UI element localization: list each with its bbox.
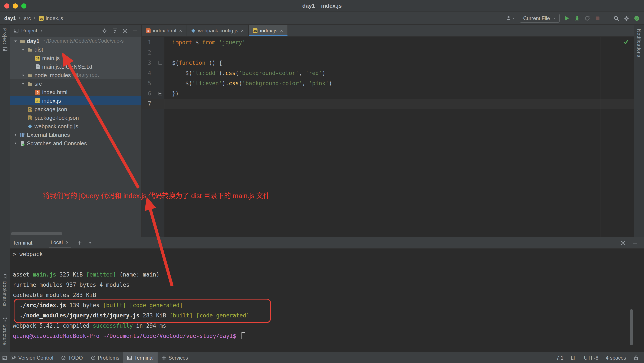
code-segment: css bbox=[229, 80, 239, 86]
breadcrumb-item-index-js[interactable]: JSindex.js bbox=[39, 15, 63, 21]
tree-item-suffix: library root bbox=[75, 72, 99, 78]
fold-marker-icon[interactable] bbox=[158, 92, 162, 96]
chevron-down-icon[interactable] bbox=[88, 241, 93, 245]
debug-button[interactable] bbox=[574, 15, 580, 21]
settings-button[interactable] bbox=[624, 15, 630, 21]
code-segment: ). bbox=[219, 70, 225, 76]
collapse-all-button[interactable] bbox=[112, 28, 118, 34]
tree-item-dist[interactable]: dist bbox=[10, 45, 142, 54]
close-icon[interactable] bbox=[66, 240, 70, 244]
terminal-line: ./src/index.js 139 bytes [built] [code g… bbox=[13, 300, 644, 310]
run-button[interactable] bbox=[564, 15, 570, 21]
status-widget-4-spaces[interactable]: 4 spaces bbox=[606, 355, 626, 361]
tab-index-html[interactable]: 5index.html bbox=[142, 25, 187, 36]
project-panel-actions bbox=[102, 28, 138, 34]
tree-chevron-icon[interactable] bbox=[13, 141, 18, 145]
minimize-window-button[interactable] bbox=[13, 3, 18, 8]
code-line: $('li:odd').css('background-color', 'red… bbox=[164, 68, 634, 78]
terminal-tab-local[interactable]: Local bbox=[49, 237, 71, 248]
tree-item-node-modules[interactable]: node_moduleslibrary root bbox=[10, 71, 142, 79]
terminal-panel-title: Terminal: bbox=[13, 240, 34, 246]
chevron-down-icon[interactable] bbox=[40, 29, 44, 32]
new-terminal-session-button[interactable] bbox=[77, 240, 82, 246]
terminal-settings-button[interactable] bbox=[620, 240, 626, 246]
status-widget-lf[interactable]: LF bbox=[571, 355, 577, 361]
tree-chevron-icon[interactable] bbox=[20, 48, 26, 51]
plugin-status-icon[interactable] bbox=[634, 15, 640, 21]
breadcrumb-item-src[interactable]: src bbox=[24, 15, 31, 21]
tree-settings-button[interactable] bbox=[122, 28, 128, 34]
editor-area: 5index.htmlwebpack.config.jsJSindex.js 1… bbox=[142, 25, 634, 237]
tree-chevron-icon[interactable] bbox=[20, 82, 26, 86]
close-tab-icon[interactable] bbox=[240, 28, 245, 32]
add-icon[interactable] bbox=[77, 240, 82, 246]
code-segment: ( bbox=[235, 70, 239, 76]
status-item-services[interactable]: Services bbox=[158, 352, 192, 363]
rerun-button[interactable] bbox=[584, 15, 590, 21]
tree-item-day1[interactable]: day1~/Documents/Code/VueCode/vue-s bbox=[10, 37, 142, 45]
js-file-icon: JS bbox=[35, 55, 40, 61]
run-configuration-select[interactable]: Current File bbox=[520, 14, 560, 22]
status-item-terminal[interactable]: Terminal bbox=[123, 352, 158, 363]
tool-window-toggle-icon[interactable] bbox=[2, 355, 7, 360]
terminal-segment bbox=[126, 302, 130, 308]
status-item-todo[interactable]: TODO bbox=[57, 352, 87, 363]
locate-file-button[interactable] bbox=[102, 28, 107, 34]
close-icon[interactable] bbox=[66, 240, 70, 244]
close-tab-icon[interactable] bbox=[178, 28, 182, 32]
tree-item-src[interactable]: src bbox=[10, 79, 142, 88]
terminal-line: qiang@xiaocaideMacBook-Pro ~/Documents/C… bbox=[13, 331, 644, 341]
status-widget-utf-8[interactable]: UTF-8 bbox=[584, 355, 598, 361]
terminal-output[interactable]: > webpackasset main.js 325 KiB [emitted]… bbox=[10, 249, 644, 341]
terminal-vertical-scrollbar[interactable] bbox=[630, 309, 633, 345]
editor[interactable]: 1234567 import $ from 'jquery'$(function… bbox=[142, 37, 634, 237]
tool-stripe-bookmarks-button[interactable]: Bookmarks bbox=[2, 274, 8, 307]
code-segment: }) bbox=[172, 90, 179, 97]
tool-stripe-structure-button[interactable]: Structure bbox=[2, 317, 8, 345]
close-tab-icon[interactable] bbox=[280, 28, 284, 32]
status-widget-7-1[interactable]: 7:1 bbox=[556, 355, 564, 361]
editor-tabs: 5index.htmlwebpack.config.jsJSindex.js bbox=[142, 25, 634, 37]
bookmark-icon bbox=[2, 274, 8, 279]
terminal-segment: [built] bbox=[103, 302, 126, 308]
editor-code[interactable]: import $ from 'jquery'$(function () { $(… bbox=[164, 37, 634, 237]
close-window-button[interactable] bbox=[4, 3, 9, 8]
tree-item-main-js[interactable]: JSmain.js bbox=[10, 54, 142, 62]
tab-webpack-config-js[interactable]: webpack.config.js bbox=[187, 25, 249, 36]
tree-item-index-js[interactable]: JSindex.js bbox=[10, 96, 142, 105]
hide-tool-window-button[interactable] bbox=[132, 28, 138, 34]
html-file-icon: 5 bbox=[146, 28, 151, 33]
tree-item-webpack-config-js[interactable]: webpack.config.js bbox=[10, 122, 142, 130]
hide-terminal-button[interactable] bbox=[632, 240, 638, 246]
tree-chevron-icon[interactable] bbox=[13, 133, 18, 136]
tree-item-main-js-license-txt[interactable]: main.js.LICENSE.txt bbox=[10, 62, 142, 71]
project-panel-title[interactable]: Project bbox=[21, 28, 37, 34]
maximize-window-button[interactable] bbox=[21, 3, 26, 8]
tree-item-index-html[interactable]: 5index.html bbox=[10, 88, 142, 96]
chevron-down-icon[interactable] bbox=[88, 241, 93, 245]
tree-item-scratches-and-consoles[interactable]: Scratches and Consoles bbox=[10, 139, 142, 148]
tool-window-toggle-icon[interactable] bbox=[2, 355, 7, 360]
fold-marker-icon[interactable] bbox=[158, 61, 162, 65]
tree-item-package-lock-json[interactable]: {}package-lock.json bbox=[10, 113, 142, 122]
tree-item-external-libraries[interactable]: External Libraries bbox=[10, 130, 142, 139]
status-item-problems[interactable]: Problems bbox=[87, 352, 123, 363]
chevron-down-icon[interactable] bbox=[40, 29, 44, 32]
status-item-version-control[interactable]: Version Control bbox=[7, 352, 57, 363]
user-menu-button[interactable] bbox=[506, 15, 516, 21]
project-horizontal-scrollbar[interactable] bbox=[11, 232, 62, 235]
tree-chevron-icon[interactable] bbox=[20, 73, 26, 77]
tool-stripe-project-button[interactable]: Project bbox=[2, 28, 8, 52]
tree-item-label: main.js.LICENSE.txt bbox=[42, 63, 92, 70]
stop-button[interactable] bbox=[594, 15, 600, 21]
tree-chevron-icon[interactable] bbox=[13, 39, 18, 43]
tab-index-js[interactable]: JSindex.js bbox=[249, 25, 288, 36]
breadcrumb-item-day1[interactable]: day1 bbox=[4, 15, 16, 21]
project-tool-window-icon bbox=[2, 46, 8, 52]
tool-stripe-notifications-button[interactable]: Notifications bbox=[636, 29, 642, 57]
search-everywhere-button[interactable] bbox=[613, 15, 619, 21]
inspection-ok-icon[interactable] bbox=[623, 39, 629, 45]
html-file-icon: 5 bbox=[35, 89, 40, 95]
tree-item-package-json[interactable]: {}package.json bbox=[10, 105, 142, 113]
lock-icon[interactable] bbox=[633, 355, 639, 360]
